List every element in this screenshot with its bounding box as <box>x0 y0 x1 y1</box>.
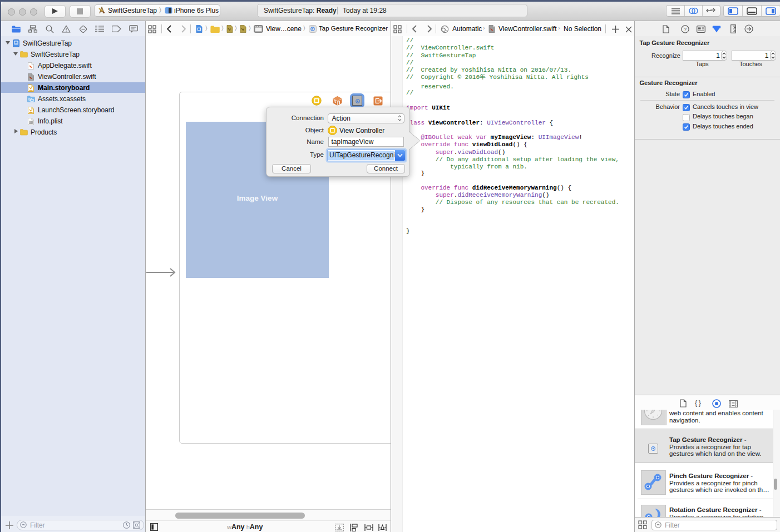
svg-text:?: ? <box>684 26 687 32</box>
